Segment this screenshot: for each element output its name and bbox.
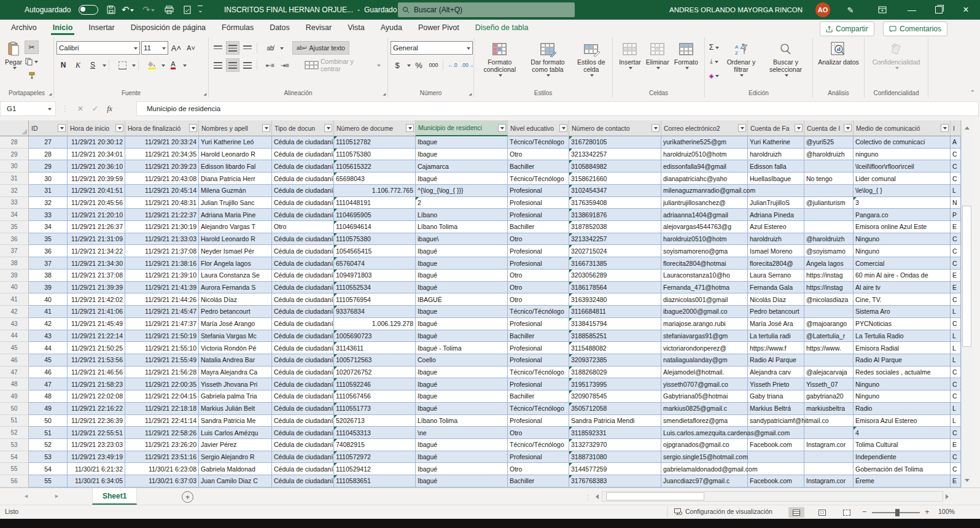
share-button[interactable]: Compartir [820,21,874,36]
minimize-button[interactable]: — [901,0,922,20]
tab-power-pivot[interactable]: Power Pivot [410,20,467,35]
cell[interactable]: \lceil\lfloor\rfloor\rceil [854,160,951,173]
cell[interactable]: E [951,282,961,294]
row-number[interactable]: 51 [0,415,29,427]
cell[interactable]: 46 [29,367,68,379]
cell[interactable]: 65760474 [334,257,416,270]
column-header-i[interactable]: I [951,120,961,136]
cell[interactable]: María José Ara [748,318,804,330]
column-header-cuenta-de-fa[interactable]: Cuenta de Fa [748,120,804,136]
cell[interactable]: 11/29/21 21:55:10 [125,342,199,354]
cell[interactable]: Azul Estereo [748,221,804,233]
cell[interactable]: 3116684811 [569,306,661,318]
cell[interactable]: Bachiller [508,160,569,173]
cell[interactable]: Profesional [508,197,569,209]
font-size-select[interactable]: 11 [141,41,168,55]
insert-cells-button[interactable]: Insertar [616,39,644,72]
font-color-icon[interactable]: A [166,58,180,72]
cell[interactable]: Ibague [416,390,508,403]
cell[interactable]: 3132732970 [569,439,661,451]
cell[interactable]: C [951,293,961,306]
cell[interactable]: https://instag [804,282,854,294]
row-number[interactable]: 52 [0,427,29,439]
cell[interactable]: Neyder Ismael Pér [199,245,272,257]
cell[interactable]: Ibagué [416,330,508,343]
italic-button[interactable]: K [71,58,85,72]
cell[interactable]: 11/29/21 22:55:51 [68,427,125,439]
vertical-scrollbar[interactable] [961,120,972,487]
cell[interactable]: 3505712058 [569,403,661,415]
find-select-button[interactable]: Buscar y seleccionar [761,39,810,82]
cell[interactable]: 44 [29,342,68,354]
cell[interactable]: 1020726752 [334,367,416,379]
cell[interactable]: Ibagué [416,403,508,415]
cell[interactable]: 1110529412 [334,463,416,475]
cell[interactable]: Fernanda_471@hotma [661,282,748,294]
cell[interactable]: 11/29/21 20:39:59 [68,173,125,185]
zoom-level[interactable]: 100% [938,508,955,515]
clipboard-dialog-launcher[interactable]: ◢ [49,91,52,96]
increase-decimal-icon[interactable]: ←.0 [446,58,459,72]
cell[interactable]: 60 min Al aire - Ondas de [854,270,951,282]
cell[interactable]: Profesional [508,245,569,257]
cell[interactable]: Bachiller [508,475,569,487]
cell[interactable]: Técnico/Técnólogo [508,367,569,379]
cell[interactable]: 1005712563 [334,354,416,367]
filter-dropdown-icon[interactable] [324,124,332,132]
row-number[interactable]: 32 [0,185,29,197]
cell[interactable]: 33 [29,209,68,221]
cell[interactable]: 47 [29,378,68,390]
cell[interactable]: Luis Carlos Amézqu [199,427,272,439]
cell[interactable]: Técnico/Técnólogo [508,306,569,318]
cell[interactable]: 3144577259 [569,463,661,475]
ribbon-display-options-icon[interactable] [874,0,890,20]
cell[interactable]: 11/29/21 21:46:56 [68,367,125,379]
row-number[interactable]: 36 [0,233,29,246]
cell[interactable]: nataliagualanday@gm [661,354,748,367]
horizontal-scrollbar[interactable]: ⋮ [585,491,953,502]
cell[interactable]: 11/29/21 20:33:24 [125,136,199,149]
cell[interactable]: 3118592331 [569,427,661,439]
cell[interactable]: Profesional [508,354,569,367]
cell[interactable]: Ibagué [416,270,508,282]
cell[interactable]: 1005690723 [334,330,416,343]
align-middle-icon[interactable] [226,41,239,55]
cell[interactable]: 11/29/21 22:00:35 [125,378,199,390]
cell[interactable]: C [951,245,961,257]
filter-dropdown-icon[interactable] [559,124,567,132]
cell[interactable]: Yuri Katherine Leó [199,136,272,149]
cell[interactable]: C [951,463,961,475]
cell[interactable]: Yuri Katherine [748,136,804,149]
font-dialog-launcher[interactable]: ◢ [203,91,206,96]
cell[interactable]: Juan Camilo Diaz C [199,475,272,487]
cell[interactable]: edissonfalla94@gmail [661,160,748,173]
cell[interactable]: sandypatriciamf@hitmail.co [748,415,804,427]
cell[interactable]: 1104694614 [334,221,416,233]
cell[interactable]: @alejacarvaja [804,367,854,379]
cell[interactable]: Alejandro Vargas T [199,221,272,233]
cell[interactable]: Ibague [416,257,508,270]
cell[interactable]: 11/29/21 21:26:37 [68,221,125,233]
cell[interactable]: Profesional [508,257,569,270]
cell[interactable]: N [951,197,961,209]
cell[interactable]: Profesional [508,342,569,354]
close-button[interactable]: × [955,0,976,20]
align-center-icon[interactable] [226,58,239,72]
cell[interactable]: 1110552534 [334,282,416,294]
cell[interactable]: smendietaflorez@gma [661,415,748,427]
cell[interactable]: https://instag [804,270,854,282]
cell[interactable]: Independiente [854,451,951,464]
cell[interactable]: Cédula de ciudadanía [272,427,334,439]
cell[interactable]: @nicolasdiaza [804,293,854,306]
cell[interactable]: 11/29/21 23:23:03 [68,439,125,451]
cell[interactable]: Edisson falla [748,160,804,173]
cell[interactable]: C [951,451,961,464]
cell[interactable]: 1110512782 [334,136,416,149]
cell[interactable]: florecita2804@ [748,257,804,270]
vertical-scroll-thumb[interactable] [962,206,971,347]
search-input[interactable]: Buscar (Alt+Q) [398,2,575,17]
cell[interactable]: Ibagué [416,318,508,330]
cell[interactable]: 3188268029 [569,367,661,379]
cell[interactable]: Flor Ángela lagos [199,257,272,270]
cell[interactable]: Nicolás Díaz [199,293,272,306]
